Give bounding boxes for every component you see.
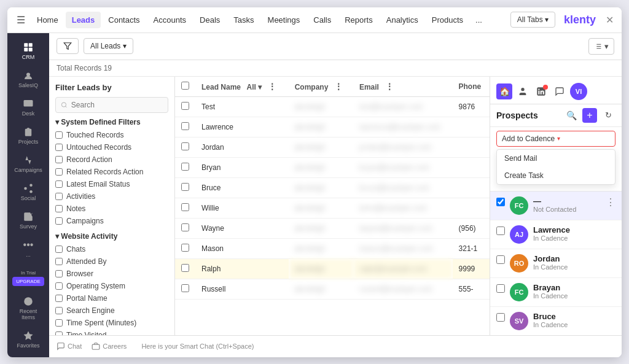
filter-time-visited[interactable]: Time Visited	[55, 329, 168, 335]
table-row[interactable]: Test abcdefgh test@example.com 9876	[175, 96, 490, 117]
sidebar-item-social[interactable]: Social	[12, 179, 44, 205]
prospect-item[interactable]: RO Jordan In Cadence	[490, 249, 622, 278]
filter-untouched-records[interactable]: Untouched Records	[55, 141, 168, 153]
all-tabs-button[interactable]: All Tabs ▾	[510, 12, 555, 28]
add-prospect-button[interactable]: +	[582, 108, 597, 123]
table-row[interactable]: Bryan abcdefgh bryan@example.com	[175, 157, 490, 177]
nav-accounts[interactable]: Accounts	[147, 12, 192, 28]
svg-point-18	[61, 102, 66, 106]
sidebar-item-campaigns[interactable]: Campaigns	[12, 151, 44, 177]
table-row[interactable]: Mason abcdefgh mason@example.com 321-1	[175, 238, 490, 258]
nav-meetings[interactable]: Meetings	[262, 12, 307, 28]
add-to-cadence-button[interactable]: Add to Cadence ▾	[496, 131, 615, 147]
linkedin-panel-icon[interactable]	[533, 83, 549, 99]
nav-reports[interactable]: Reports	[338, 12, 379, 28]
table-row[interactable]: Willie abcdefgh willie@example.com	[175, 198, 490, 218]
filter-button[interactable]	[57, 38, 79, 54]
svg-rect-0	[24, 43, 28, 47]
table-row[interactable]: Russell abcdefgh russell@example.com 555…	[175, 279, 490, 299]
col-company[interactable]: Company ⋮	[289, 77, 353, 97]
table-row[interactable]: Ralph abcdefgh ralph@example.com 9999	[175, 258, 490, 279]
hamburger-menu[interactable]: ☰	[12, 11, 29, 28]
chat-bottom-item[interactable]: Chat	[57, 342, 82, 350]
col-lead-name[interactable]: Lead Name All ▾ ⋮	[195, 77, 289, 97]
nav-home[interactable]: Home	[31, 12, 64, 28]
nav-calls[interactable]: Calls	[307, 12, 337, 28]
filter-latest-email-status[interactable]: Latest Email Status	[55, 178, 168, 190]
send-mail-option[interactable]: Send Mail	[497, 150, 615, 167]
table-row[interactable]: Bruce abcdefgh bruce@example.com	[175, 177, 490, 198]
prospect-item[interactable]: AJ Lawrence In Cadence	[490, 220, 622, 249]
website-activity-title[interactable]: ▾ Website Activity	[55, 232, 168, 241]
filter-notes[interactable]: Notes	[55, 203, 168, 215]
close-button[interactable]: ✕	[602, 12, 617, 27]
svg-point-6	[29, 184, 33, 187]
panel-title: Prospects	[496, 110, 560, 120]
nav-deals[interactable]: Deals	[193, 12, 226, 28]
filter-campaigns[interactable]: Campaigns	[55, 215, 168, 227]
cadence-dropdown-menu: Send Mail Create Task	[496, 149, 615, 185]
filter-touched-records[interactable]: Touched Records	[55, 129, 168, 141]
filter-title: Filter Leads by	[55, 83, 168, 92]
filter-attended-by[interactable]: Attended By	[55, 255, 168, 268]
prospect-checkbox[interactable]	[496, 284, 505, 293]
nav-products[interactable]: Products	[426, 12, 469, 28]
nav-more[interactable]: ...	[471, 12, 487, 28]
filter-chats[interactable]: Chats	[55, 243, 168, 255]
sidebar-item-projects[interactable]: Projects	[12, 123, 44, 149]
filter-search-box[interactable]	[55, 97, 168, 113]
sidebar-item-crm[interactable]: CRM	[12, 38, 44, 64]
create-task-option[interactable]: Create Task	[497, 167, 615, 184]
filter-browser[interactable]: Browser	[55, 268, 168, 280]
filter-operating-system[interactable]: Operating System	[55, 280, 168, 292]
view-toggle[interactable]: ▾	[588, 38, 614, 55]
sidebar-item-desk[interactable]: Desk	[12, 95, 44, 120]
filter-related-records-action[interactable]: Related Records Action	[55, 166, 168, 178]
filter-time-spent[interactable]: Time Spent (Minutes)	[55, 317, 168, 329]
prospect-checkbox-first[interactable]	[496, 198, 505, 206]
sidebar-item-favorites[interactable]: Favorites	[12, 327, 44, 352]
prospect-item-first[interactable]: FC — Not Contacted ⋮	[490, 192, 622, 220]
col-email[interactable]: Email ⋮	[353, 77, 453, 97]
user-avatar[interactable]: VI	[570, 83, 587, 100]
select-all-checkbox[interactable]	[181, 82, 189, 90]
nav-analytics[interactable]: Analytics	[380, 12, 424, 28]
left-sidebar: CRM SalesIQ Desk Projects Campaigns Soci…	[7, 33, 49, 357]
chat-panel-icon[interactable]	[552, 83, 568, 99]
home-panel-icon[interactable]: 🏠	[496, 83, 512, 99]
filter-activities[interactable]: Activities	[55, 190, 168, 203]
filter-search-input[interactable]	[71, 101, 163, 109]
refresh-button[interactable]: ↻	[601, 108, 615, 123]
sidebar-item-survey[interactable]: Survey	[12, 207, 44, 233]
system-filters-title[interactable]: ▾ System Defined Filters	[55, 118, 168, 126]
prospect-item[interactable]: SV Bruce In Cadence	[490, 307, 622, 335]
svg-point-8	[29, 190, 33, 193]
table-row[interactable]: Wayne abcdefgh wayne@example.com (956)	[175, 218, 490, 238]
prospect-checkbox[interactable]	[496, 313, 505, 322]
careers-bottom-item[interactable]: Careers	[92, 342, 127, 350]
sidebar-item-salesiq[interactable]: SalesIQ	[12, 66, 44, 92]
prospect-item[interactable]: FC Brayan In Cadence	[490, 278, 622, 307]
table-row[interactable]: Jordan abcdefgh jordan@example.com	[175, 137, 490, 157]
main-area: CRM SalesIQ Desk Projects Campaigns Soci…	[7, 33, 622, 357]
table-row[interactable]: Lawrence abcdefgh lawrence@example.com	[175, 117, 490, 137]
contacts-panel-icon[interactable]	[515, 83, 531, 99]
search-panel-button[interactable]: 🔍	[564, 108, 579, 123]
leads-table: Lead Name All ▾ ⋮ Company ⋮ Email ⋮ Phon…	[175, 77, 490, 335]
upgrade-button[interactable]: UPGRADE	[12, 277, 44, 286]
sidebar-item-recent[interactable]: Recent Items	[12, 292, 44, 324]
prospect-more-first[interactable]: ⋮	[606, 196, 615, 208]
filter-record-action[interactable]: Record Action	[55, 153, 168, 166]
prospect-checkbox[interactable]	[496, 227, 505, 235]
prospect-checkbox[interactable]	[496, 255, 505, 264]
nav-leads[interactable]: Leads	[66, 12, 101, 28]
filter-portal-name[interactable]: Portal Name	[55, 292, 168, 304]
nav-tasks[interactable]: Tasks	[227, 12, 260, 28]
nav-contacts[interactable]: Contacts	[102, 12, 146, 28]
all-leads-dropdown[interactable]: All Leads ▾	[84, 38, 133, 54]
sidebar-item-more[interactable]: ••• ...	[12, 236, 44, 261]
smart-chat-hint: Here is your Smart Chat (Ctrl+Space)	[141, 343, 254, 350]
filter-search-engine[interactable]: Search Engine	[55, 304, 168, 317]
col-phone[interactable]: Phone	[453, 77, 490, 97]
svg-point-4	[26, 72, 30, 76]
